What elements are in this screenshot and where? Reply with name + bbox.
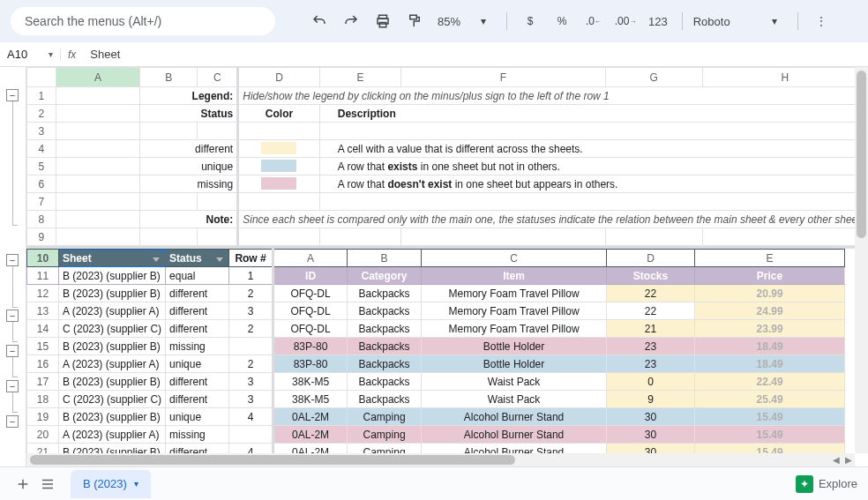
cell[interactable]: 18.49 [695,355,845,373]
cell[interactable]: 1 [229,267,273,285]
cell[interactable]: 15.49 [695,426,845,444]
cell[interactable]: 23 [607,355,695,373]
cell[interactable]: B (2023) (supplier B) [59,267,166,285]
row-header[interactable]: 7 [27,193,56,211]
cell[interactable]: different [166,391,229,408]
cell[interactable]: A (2023) (supplier A) [59,355,166,373]
cell[interactable]: Backpacks [348,285,422,302]
cell[interactable]: 83P-80 [273,355,348,373]
formula-input[interactable]: Sheet [83,48,127,61]
row-header[interactable]: 1 [27,87,56,105]
cell[interactable]: Memory Foam Travel Pillow [422,320,607,338]
cell[interactable]: A (2023) (supplier A) [59,426,166,444]
cell[interactable]: unique [166,408,229,426]
row-header[interactable]: 4 [27,140,56,158]
name-box[interactable]: A10▾ [0,48,60,61]
cell[interactable]: 25.49 [695,391,845,408]
cell[interactable]: 38K-M5 [273,373,348,391]
scroll-right-button[interactable]: ▶ [842,453,855,466]
cell[interactable]: Memory Foam Travel Pillow [422,302,607,320]
row-header[interactable]: 13 [27,302,59,320]
cell[interactable]: missing [166,426,229,444]
cell[interactable]: 0AL-2M [273,408,348,426]
cell[interactable]: missing [166,338,229,355]
col-header[interactable]: E [319,68,401,87]
zoom-level[interactable]: 85% [434,15,464,28]
cell[interactable]: C (2023) (supplier C) [59,391,166,408]
paint-format-button[interactable] [402,9,427,34]
cell[interactable]: 20.99 [695,285,845,302]
row-header[interactable]: 17 [27,373,59,391]
cell[interactable]: Bottle Holder [422,355,607,373]
cell[interactable]: unique [166,355,229,373]
spreadsheet-grid[interactable]: A B C D E F G H 1 Legend: Hide/show the … [26,67,868,466]
col-header[interactable]: A [56,68,140,87]
add-sheet-button[interactable] [11,472,35,496]
row-header[interactable]: 11 [27,267,59,285]
cell[interactable]: 30 [607,408,695,426]
cell[interactable]: 22 [607,302,695,320]
cell[interactable]: 38K-M5 [273,391,348,408]
undo-button[interactable] [307,9,332,34]
cell[interactable]: 24.99 [695,302,845,320]
row-header[interactable]: 16 [27,355,59,373]
cell[interactable]: A (2023) (supplier A) [59,302,166,320]
col-header[interactable]: G [605,68,702,87]
cell[interactable]: 3 [229,302,273,320]
cell[interactable]: 0AL-2M [273,426,348,444]
cell[interactable]: Bottle Holder [422,338,607,355]
horizontal-scrollbar[interactable]: ◀ ▶ [26,453,855,466]
cell[interactable]: OFQ-DL [273,320,348,338]
row-header[interactable]: 15 [27,338,59,355]
cell[interactable]: Backpacks [348,338,422,355]
row-header[interactable]: 3 [27,123,56,140]
all-sheets-button[interactable] [35,472,60,496]
cell[interactable]: different [166,373,229,391]
row-header[interactable]: 2 [27,105,56,123]
row-header[interactable]: 6 [27,175,56,193]
cell[interactable]: 18.49 [695,338,845,355]
cell[interactable]: Backpacks [348,391,422,408]
cell[interactable]: OFQ-DL [273,302,348,320]
print-button[interactable] [370,9,395,34]
cell[interactable]: Alcohol Burner Stand [422,408,607,426]
outline-toggle-group-1[interactable]: − [6,254,19,266]
cell[interactable]: B (2023) (supplier B) [59,408,166,426]
header-status[interactable]: Status [166,250,229,267]
header-rownum[interactable]: Row # [229,250,273,267]
cell[interactable]: 0 [607,373,695,391]
row-header[interactable]: 8 [27,211,56,228]
vertical-scrollbar[interactable] [855,67,868,453]
outline-toggle-group-4[interactable]: − [6,380,19,392]
outline-toggle-legend[interactable]: − [6,89,19,101]
cell[interactable]: Camping [348,408,422,426]
row-header[interactable]: 20 [27,426,59,444]
col-header[interactable]: H [702,68,867,87]
cell[interactable]: different [166,285,229,302]
cell[interactable]: 23.99 [695,320,845,338]
scroll-left-button[interactable]: ◀ [830,453,842,466]
chevron-down-icon[interactable]: ▾ [134,479,138,489]
cell[interactable]: equal [166,267,229,285]
cell[interactable]: different [166,302,229,320]
header-sheet[interactable]: Sheet [59,250,166,267]
cell[interactable]: 83P-80 [273,338,348,355]
zoom-dropdown[interactable]: ▾ [471,9,496,34]
font-select[interactable]: Roboto [693,15,755,28]
cell[interactable]: 15.49 [695,408,845,426]
cell[interactable]: Backpacks [348,373,422,391]
search-input[interactable]: Search the menus (Alt+/) [11,7,275,35]
filter-icon[interactable] [216,257,223,262]
col-header[interactable]: D [238,68,320,87]
sheet-tab[interactable]: B (2023)▾ [71,470,151,498]
cell[interactable]: Alcohol Burner Stand [422,426,607,444]
cell[interactable]: Backpacks [348,302,422,320]
col-header[interactable]: B [140,68,198,87]
row-header[interactable]: 19 [27,408,59,426]
cell[interactable]: 22.49 [695,373,845,391]
filter-icon[interactable] [153,257,160,262]
font-dropdown[interactable]: ▾ [762,9,787,34]
cell[interactable]: 21 [607,320,695,338]
redo-button[interactable] [339,9,363,34]
row-header[interactable]: 10 [27,250,59,267]
